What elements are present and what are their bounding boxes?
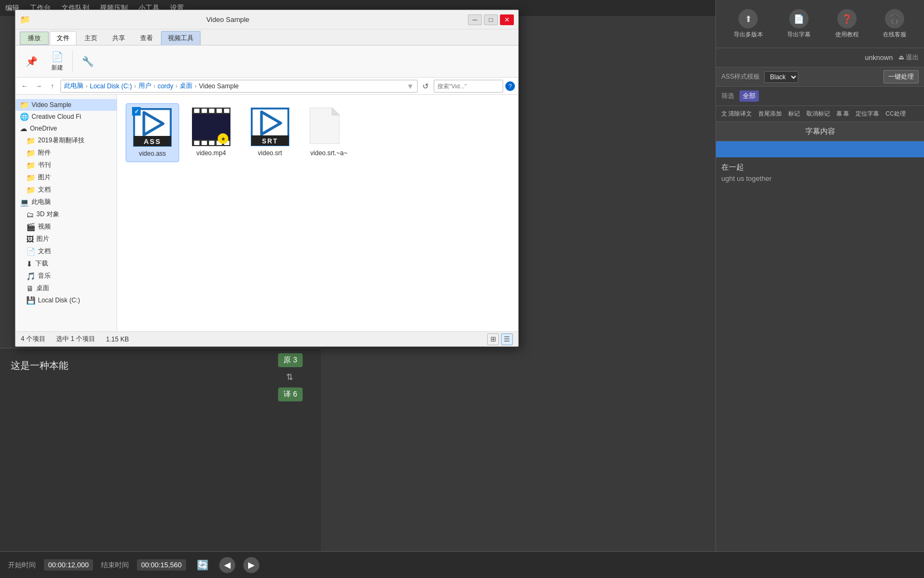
end-time-value[interactable]: 00:00:15,560 — [137, 559, 186, 571]
tree-item-thispc[interactable]: 💻 此电脑 — [16, 196, 117, 208]
tree-item-3d[interactable]: 🗂 3D 对象 — [16, 208, 117, 220]
tree-item-onedrive[interactable]: ☁ OneDrive — [16, 123, 117, 134]
tree-item-docs[interactable]: 📁 文档 — [16, 184, 117, 196]
clear-translation-btn[interactable]: 文 清除译文 — [719, 109, 754, 119]
path-dropdown-icon[interactable]: ▼ — [406, 82, 414, 90]
tab-view[interactable]: 查看 — [133, 31, 160, 45]
nav-tree: 📁 Video Sample 🌐 Creative Cloud Fi ☁ One… — [16, 95, 117, 331]
right-toolbar: ⬆ 导出多版本 📄 导出字幕 ❓ 使用教程 🎧 在线客服 — [716, 0, 924, 48]
video-icon: 🎬 — [26, 223, 35, 231]
tree-item-pictures[interactable]: 📁 图片 — [16, 171, 117, 184]
srt-file-name: video.srt — [258, 149, 282, 157]
blank-file-icon — [310, 108, 348, 146]
right-panel: ⬆ 导出多版本 📄 导出字幕 ❓ 使用教程 🎧 在线客服 unknown ⏏ 退… — [715, 0, 924, 578]
user-info-bar: unknown ⏏ 退出 — [716, 48, 924, 67]
add-ends-btn[interactable]: 首尾添加 — [756, 109, 784, 119]
prev-button[interactable]: ◀ — [219, 557, 235, 573]
back-button[interactable]: ← — [19, 80, 30, 92]
address-path[interactable]: 此电脑 › Local Disk (C:) › 用户 › cordy › 桌面 … — [60, 80, 418, 93]
tree-item-video[interactable]: 🎬 视频 — [16, 220, 117, 233]
tab-play[interactable]: 播放 — [20, 32, 49, 45]
folder-2019-icon: 📁 — [26, 136, 35, 145]
tree-item-creativecloud[interactable]: 🌐 Creative Cloud Fi — [16, 111, 117, 123]
tree-item-desktop[interactable]: 🖥 桌面 — [16, 282, 117, 294]
style-dropdown[interactable]: Black — [764, 71, 798, 83]
tree-item-2019[interactable]: 📁 2019暑期翻译技 — [16, 134, 117, 147]
mark-btn[interactable]: 标记 — [786, 109, 802, 119]
subtitle-active-row[interactable] — [716, 141, 924, 157]
onedrive-icon: ☁ — [20, 124, 27, 133]
up-button[interactable]: ↑ — [47, 80, 58, 92]
online-service-btn[interactable]: 🎧 在线客服 — [883, 9, 906, 39]
cc-process-btn[interactable]: CC处理 — [883, 109, 908, 119]
path-desktop[interactable]: 桌面 — [180, 81, 192, 90]
file-item-videosrt[interactable]: SRT video.srt — [243, 103, 297, 162]
path-disk[interactable]: Local Disk (C:) — [90, 82, 132, 90]
ass-style-label: ASS样式模板 — [721, 72, 760, 81]
image-icon: 🖼 — [26, 235, 34, 244]
tree-item-localdisk[interactable]: 💾 Local Disk (C:) — [16, 294, 117, 306]
pin-quickaccess-btn[interactable]: 📌 — [21, 54, 42, 70]
help-button[interactable]: ? — [505, 81, 515, 91]
file-count: 4 个项目 — [21, 334, 45, 344]
search-input[interactable] — [434, 80, 503, 93]
tutorial-btn[interactable]: ❓ 使用教程 — [835, 9, 859, 39]
pin-icon: 📌 — [26, 56, 37, 67]
svg-rect-7 — [202, 109, 207, 113]
filter-all-button[interactable]: 全部 — [740, 90, 759, 102]
subtitle-content-label: 字幕内容 — [716, 122, 924, 141]
refresh-icon[interactable]: 🔄 — [197, 559, 209, 571]
properties-icon: 🔧 — [82, 56, 94, 67]
tree-item-image[interactable]: 🖼 图片 — [16, 233, 117, 245]
start-time-value[interactable]: 00:00:12,000 — [44, 559, 93, 571]
new-item-btn[interactable]: 📄 新建 — [47, 49, 68, 74]
tab-share[interactable]: 共享 — [105, 31, 132, 45]
tab-home[interactable]: 主页 — [78, 31, 104, 45]
swap-icon[interactable]: ⇅ — [286, 372, 293, 382]
properties-btn[interactable]: 🔧 — [77, 54, 98, 70]
orig-badge[interactable]: 原 3 — [278, 353, 303, 367]
one-click-button[interactable]: 一键处理 — [883, 70, 919, 83]
file-item-videomp4[interactable]: ★ video.mp4 — [184, 103, 238, 162]
close-button[interactable]: ✕ — [500, 14, 514, 25]
locate-subtitle-btn[interactable]: 定位字幕 — [853, 109, 881, 119]
maximize-button[interactable]: □ — [484, 14, 498, 25]
next-button[interactable]: ▶ — [243, 557, 259, 573]
trans-badge[interactable]: 译 6 — [278, 387, 303, 401]
grid-view-icon[interactable]: ⊞ — [487, 333, 499, 345]
export-multiversion-btn[interactable]: ⬆ 导出多版本 — [734, 9, 763, 39]
svg-marker-25 — [332, 108, 340, 115]
minimize-button[interactable]: ─ — [468, 14, 482, 25]
svg-rect-13 — [202, 141, 207, 145]
tree-item-document[interactable]: 📄 文档 — [16, 245, 117, 257]
file-item-videoass[interactable]: ✓ ASS video.ass — [126, 103, 179, 162]
path-current: Video Sample — [199, 82, 239, 90]
tree-item-videosample[interactable]: 📁 Video Sample — [16, 99, 117, 111]
export-subtitle-btn[interactable]: 📄 导出字幕 — [787, 9, 811, 39]
forward-button[interactable]: → — [33, 80, 44, 92]
tab-file[interactable]: 文件 — [50, 31, 76, 45]
path-thispc[interactable]: 此电脑 — [64, 81, 83, 90]
tab-video-tools[interactable]: 视频工具 — [161, 31, 201, 45]
window-title: Video Sample — [0, 16, 464, 24]
tree-item-music[interactable]: 🎵 音乐 — [16, 270, 117, 282]
tree-item-journal[interactable]: 📁 书刊 — [16, 159, 117, 171]
file-item-videosrttemp[interactable]: video.srt.~a~ — [302, 103, 356, 162]
thispc-icon: 💻 — [20, 198, 29, 207]
path-cordy[interactable]: cordy — [158, 82, 173, 90]
window-controls: ─ □ ✕ — [468, 14, 514, 25]
file-content-area: ✓ ASS video.ass — [117, 95, 518, 331]
localdisk-icon: 💾 — [26, 296, 35, 305]
cancel-mark-btn[interactable]: 取消标记 — [804, 109, 832, 119]
view-icons: ⊞ ☰ — [487, 333, 513, 345]
path-users[interactable]: 用户 — [138, 81, 151, 90]
tree-item-download[interactable]: ⬇ 下载 — [16, 257, 117, 270]
svg-text:★: ★ — [221, 136, 226, 142]
list-view-icon[interactable]: ☰ — [501, 333, 513, 345]
logout-button[interactable]: ⏏ 退出 — [898, 53, 919, 62]
refresh-address-btn[interactable]: ↺ — [420, 80, 432, 92]
filter-label: 筛选 — [721, 92, 734, 101]
svg-rect-6 — [194, 109, 199, 113]
subtitle-locate-btn[interactable]: 幕 幕 — [834, 109, 851, 119]
tree-item-attachment[interactable]: 📁 附件 — [16, 147, 117, 159]
